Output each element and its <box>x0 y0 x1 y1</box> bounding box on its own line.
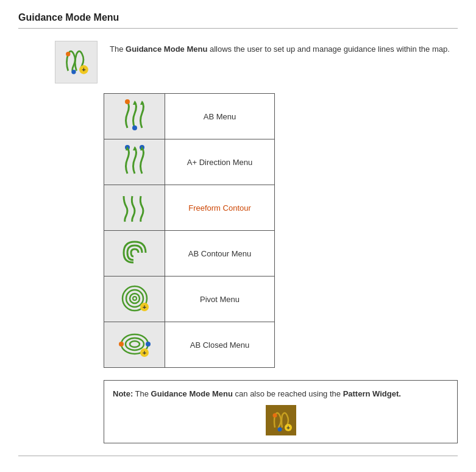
svg-point-26 <box>272 413 277 417</box>
note-text: Note: The Guidance Mode Menu can also be… <box>113 388 449 400</box>
svg-point-14 <box>126 290 143 307</box>
aplus-label[interactable]: A+ Direction Menu <box>165 139 275 185</box>
svg-point-16 <box>133 297 137 300</box>
note-box: Note: The Guidance Mode Menu can also be… <box>104 380 458 443</box>
svg-point-20 <box>126 338 144 350</box>
svg-point-22 <box>119 342 124 347</box>
intro-text: The Guidance Mode Menu allows the user t… <box>110 41 450 55</box>
page-title: Guidance Mode Menu <box>18 12 458 23</box>
pattern-widget-icon: + <box>266 405 296 435</box>
table-row: Freeform Contour <box>104 185 275 231</box>
svg-point-1 <box>71 69 76 74</box>
svg-point-5 <box>132 125 137 130</box>
ab-closed-icon-cell: + <box>104 322 165 368</box>
svg-point-4 <box>125 99 130 104</box>
menu-table: AB Menu <box>104 93 275 368</box>
svg-point-15 <box>130 294 140 303</box>
title-divider <box>18 28 458 29</box>
table-row: AB Menu <box>104 94 275 139</box>
aplus-icon-cell <box>104 139 165 185</box>
freeform-label[interactable]: Freeform Contour <box>165 185 275 231</box>
svg-text:+: + <box>82 66 85 73</box>
menu-table-wrapper: AB Menu <box>18 93 458 368</box>
svg-point-23 <box>146 342 151 347</box>
svg-point-21 <box>130 341 140 347</box>
table-row: A+ Direction Menu <box>104 139 275 185</box>
intro-icon: + <box>55 41 98 83</box>
table-row: AB Contour Menu <box>104 231 275 277</box>
freeform-icon-cell <box>104 185 165 231</box>
table-row: + AB Closed Menu <box>104 322 275 368</box>
ab-menu-icon-cell <box>104 94 165 139</box>
pivot-label[interactable]: Pivot Menu <box>165 277 275 322</box>
svg-text:+: + <box>142 349 146 356</box>
table-row: + Pivot Menu <box>104 277 275 322</box>
bottom-divider <box>18 456 458 456</box>
svg-point-27 <box>277 427 282 431</box>
svg-point-0 <box>66 52 70 56</box>
svg-text:+: + <box>286 424 290 431</box>
ab-menu-label[interactable]: AB Menu <box>165 94 275 139</box>
ab-contour-icon-cell <box>104 231 165 277</box>
ab-contour-label[interactable]: AB Contour Menu <box>165 231 275 277</box>
svg-text:+: + <box>142 303 146 311</box>
ab-closed-label[interactable]: AB Closed Menu <box>165 322 275 368</box>
pivot-icon-cell: + <box>104 277 165 322</box>
